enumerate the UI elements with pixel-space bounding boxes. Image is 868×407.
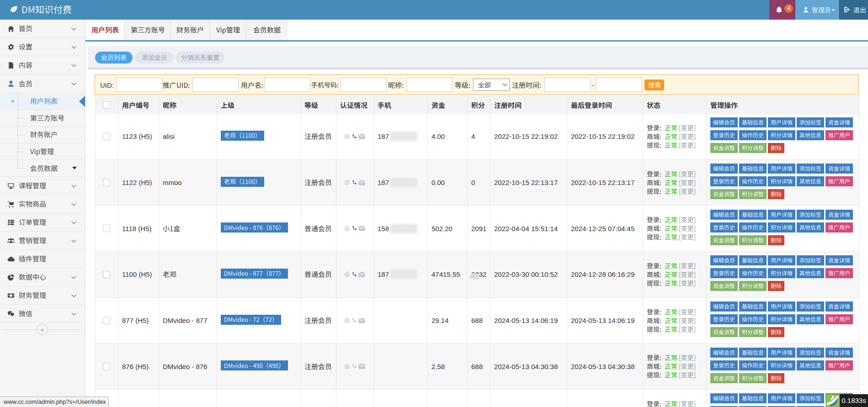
svg-text:0: 0	[10, 294, 12, 297]
